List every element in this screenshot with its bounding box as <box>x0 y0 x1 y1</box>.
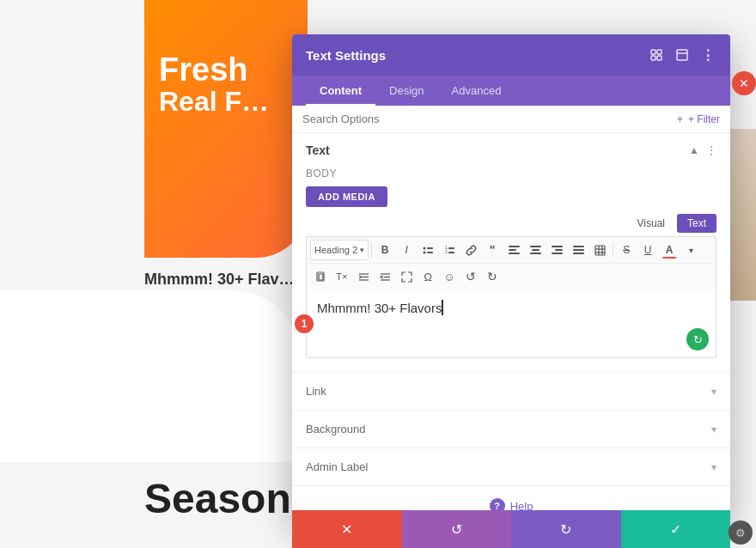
toolbar-unordered-list-button[interactable] <box>418 240 438 260</box>
toolbar-align-center-button[interactable] <box>525 240 546 260</box>
panel-body: Text ▲ ⋮ Body ADD MEDIA Visual Text <box>292 133 730 526</box>
editor-area[interactable]: 1 Mhmmm! 30+ Flavors ↻ <box>306 289 716 358</box>
svg-rect-26 <box>595 246 605 255</box>
svg-rect-1 <box>657 50 662 54</box>
editor-content: Mhmmm! 30+ Flavors <box>317 301 442 315</box>
editor-tab-visual[interactable]: Visual <box>627 214 675 233</box>
expand-icon[interactable] <box>674 46 691 64</box>
svg-rect-7 <box>427 247 433 249</box>
toolbar-emoji-button[interactable]: ☺ <box>439 266 460 287</box>
panel-title: Text Settings <box>306 48 386 63</box>
section-more-icon: ⋮ <box>706 144 716 156</box>
save-button[interactable]: ✓ <box>621 510 731 548</box>
text-section-content: Body ADD MEDIA Visual Text <box>292 167 730 372</box>
link-chevron-icon: ▾ <box>711 386 716 398</box>
admin-label-chevron-icon: ▾ <box>711 461 716 473</box>
filter-button[interactable]: + + Filter <box>677 113 720 125</box>
background-section[interactable]: Background ▾ <box>292 411 730 448</box>
heading-select[interactable]: Heading 2 ▾ <box>310 240 369 260</box>
text-section-title: Text <box>306 143 330 157</box>
svg-rect-15 <box>509 249 516 251</box>
svg-rect-4 <box>677 50 687 60</box>
svg-rect-23 <box>573 246 584 247</box>
toolbar-fullscreen-button[interactable] <box>396 266 417 287</box>
background-section-title: Background <box>306 423 365 435</box>
svg-rect-14 <box>509 246 520 247</box>
svg-rect-11 <box>448 247 454 249</box>
toolbar-outdent-button[interactable] <box>375 266 395 287</box>
add-media-button[interactable]: ADD MEDIA <box>306 186 387 207</box>
orange-hero-section <box>144 0 308 258</box>
reset-button[interactable]: ↺ <box>402 510 512 548</box>
more-options-icon[interactable]: ⋮ <box>699 46 716 64</box>
body-label: Body <box>306 167 716 180</box>
redo-button[interactable]: ↻ <box>511 510 621 548</box>
action-bar: ✕ ↺ ↻ ✓ <box>292 510 730 548</box>
svg-rect-32 <box>319 274 323 280</box>
toolbar-strikethrough-button[interactable]: S <box>616 240 637 260</box>
panel-close-red-button[interactable]: ✕ <box>732 71 756 95</box>
link-section-title: Link <box>306 385 326 398</box>
toolbar-ordered-list-button[interactable]: 1. 2. <box>439 240 460 260</box>
chevron-up-icon: ▲ <box>689 144 699 156</box>
toolbar-justify-button[interactable] <box>568 240 588 260</box>
svg-point-8 <box>423 251 425 253</box>
ai-refresh-icon[interactable]: ↻ <box>686 328 709 350</box>
filter-icon: + <box>677 113 683 125</box>
toolbar-indent-button[interactable] <box>353 266 374 287</box>
svg-rect-16 <box>509 253 520 254</box>
tab-advanced[interactable]: Advanced <box>438 76 515 106</box>
editor-tab-text[interactable]: Text <box>677 214 716 233</box>
admin-label-title: Admin Label <box>306 460 368 473</box>
toolbar-blockquote-button[interactable]: " <box>482 240 503 260</box>
close-icon: ✕ <box>739 76 749 90</box>
redo-icon: ↻ <box>560 521 571 538</box>
resize-icon[interactable] <box>648 46 665 64</box>
heading-dropdown-icon: ▾ <box>360 246 364 254</box>
toolbar-clear-format-button[interactable]: T✕ <box>332 266 352 287</box>
svg-text:2.: 2. <box>445 249 448 254</box>
svg-rect-25 <box>573 253 584 254</box>
toolbar-row-2: T✕ <box>307 264 716 289</box>
link-section[interactable]: Link ▾ <box>292 373 730 411</box>
editor-tabs: Visual Text <box>306 214 716 233</box>
toolbar-redo-button[interactable]: ↻ <box>482 266 503 287</box>
svg-rect-0 <box>651 50 655 54</box>
toolbar-underline-button[interactable]: U <box>637 240 658 260</box>
background-chevron-icon: ▾ <box>711 423 716 435</box>
toolbar-bold-button[interactable]: B <box>375 240 395 260</box>
save-icon: ✓ <box>670 521 681 538</box>
toolbar-special-chars-button[interactable]: Ω <box>418 266 438 287</box>
text-settings-panel: Text Settings ⋮ C <box>292 34 730 526</box>
toolbar-copy-format-button[interactable] <box>310 266 331 287</box>
text-section-header[interactable]: Text ▲ ⋮ <box>292 133 730 167</box>
search-input[interactable] <box>302 113 670 125</box>
editor-toolbar: Heading 2 ▾ B I <box>306 236 716 289</box>
toolbar-align-left-button[interactable] <box>503 240 524 260</box>
step-badge: 1 <box>295 314 314 333</box>
cancel-icon: ✕ <box>341 521 352 538</box>
section-toggle: ▲ ⋮ <box>689 144 716 156</box>
svg-rect-2 <box>651 56 655 60</box>
toolbar-table-button[interactable] <box>589 240 610 260</box>
toolbar-italic-button[interactable]: I <box>396 240 417 260</box>
svg-rect-21 <box>555 249 563 251</box>
panel-tabs: Content Design Advanced <box>292 76 730 106</box>
tab-content[interactable]: Content <box>306 76 375 106</box>
svg-rect-17 <box>530 246 541 247</box>
svg-rect-20 <box>552 246 563 247</box>
toolbar-undo-button[interactable]: ↺ <box>460 266 481 287</box>
cancel-button[interactable]: ✕ <box>292 510 402 548</box>
toolbar-more-button[interactable]: ▾ <box>680 240 701 260</box>
real-subheading: Real F… <box>159 86 269 118</box>
bottom-gear-icon[interactable]: ⚙ <box>729 521 753 545</box>
toolbar-text-color-button[interactable]: A <box>659 240 680 260</box>
toolbar-align-right-button[interactable] <box>546 240 567 260</box>
toolbar-link-button[interactable] <box>460 240 481 260</box>
svg-rect-9 <box>427 252 433 253</box>
admin-label-section[interactable]: Admin Label ▾ <box>292 448 730 486</box>
fresh-heading: Fresh <box>159 52 247 88</box>
svg-rect-3 <box>657 56 662 60</box>
tab-design[interactable]: Design <box>375 76 437 106</box>
svg-rect-18 <box>532 249 540 251</box>
